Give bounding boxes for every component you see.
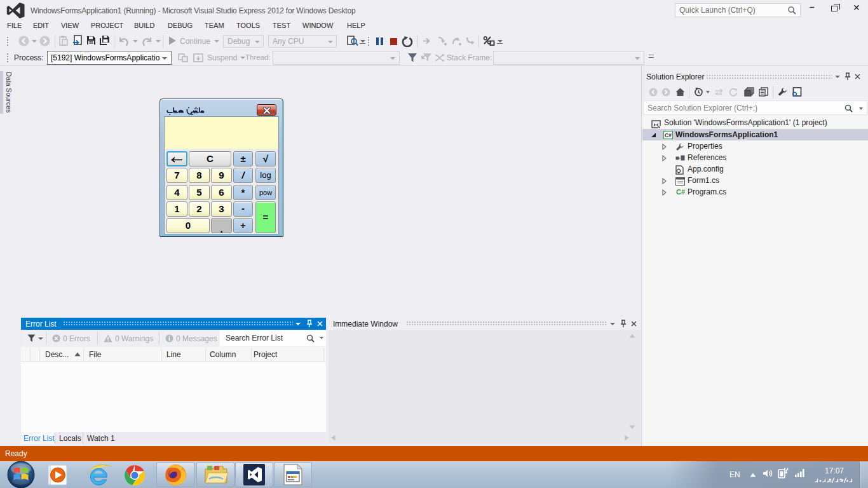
svg-text:C#: C# [676,188,685,196]
svg-text:C#: C# [665,132,672,139]
